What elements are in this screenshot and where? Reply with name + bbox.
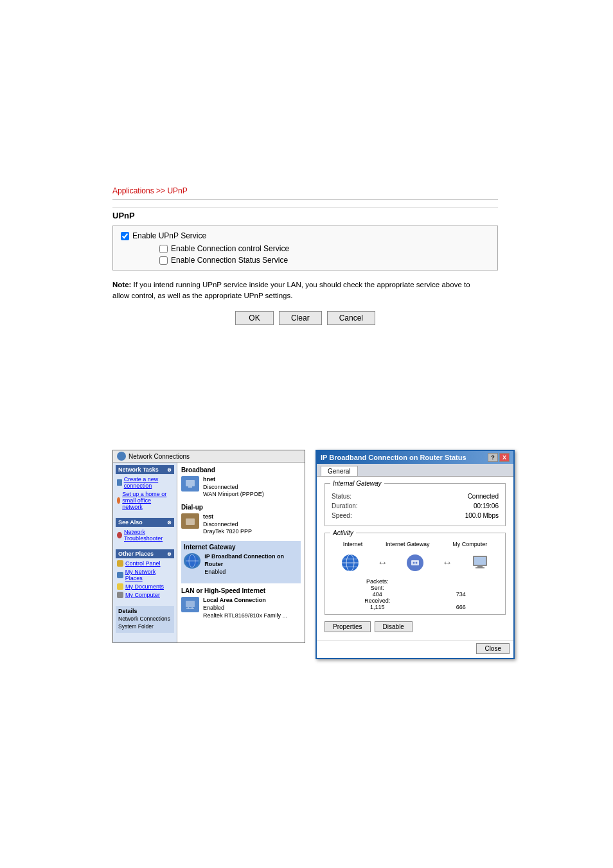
setup-home-icon — [117, 497, 120, 504]
other-places-title: Other Places — [118, 551, 154, 557]
broadband-conn-type: WAN Miniport (PPPOE) — [203, 491, 264, 499]
speed-label: Speed: — [332, 512, 352, 519]
internet-globe-icon — [340, 554, 360, 572]
dialup-conn-text: test Disconnected DrayTek 7820 PPP — [203, 513, 252, 536]
tab-general[interactable]: General — [321, 466, 358, 476]
dialup-conn-item: test Disconnected DrayTek 7820 PPP — [181, 513, 301, 536]
disable-button[interactable]: Disable — [375, 621, 413, 632]
gateway-router-icon — [405, 554, 425, 572]
internet-gateway-conn-name: IP Broadband Connection on Router — [204, 553, 298, 568]
enable-connection-status-checkbox[interactable] — [159, 256, 168, 265]
network-tasks-section: Network Tasks ⊗ Create a new connection … — [116, 465, 174, 514]
control-panel-icon — [117, 560, 123, 567]
my-computer-icon — [117, 592, 123, 598]
computer-received-value: 666 — [456, 604, 466, 610]
action-buttons: OK Clear Cancel — [112, 311, 498, 325]
my-documents-item[interactable]: My Documents — [117, 583, 173, 590]
address-bar-icon — [117, 452, 126, 461]
dialup-icon — [181, 513, 199, 529]
internet-gateway-title: Internet Gateway — [184, 544, 298, 551]
speed-value: 100.0 Mbps — [465, 512, 499, 519]
enable-upnp-row: Enable UPnP Service — [121, 231, 490, 240]
status-tabs: General — [317, 464, 513, 477]
ok-button[interactable]: OK — [235, 311, 274, 325]
dialup-svg — [184, 516, 196, 526]
lan-conn-item: Local Area Connection Enabled Realtek RT… — [181, 597, 301, 619]
status-body: Internal Gateway Status: Connected Durat… — [317, 477, 513, 639]
setup-home-item[interactable]: Set up a home or small office network — [117, 491, 173, 510]
troubleshooter-item[interactable]: Network Troubleshooter — [117, 529, 173, 542]
broadband-conn-text: hnet Disconnected WAN Miniport (PPPOE) — [203, 476, 264, 499]
svg-point-18 — [415, 562, 417, 564]
internal-gateway-group: Internal Gateway Status: Connected Durat… — [324, 483, 506, 526]
packets-label-sent: Sent: — [371, 585, 384, 591]
enable-connection-status-row: Enable Connection Status Service — [159, 256, 490, 265]
internet-sent-value: 404 — [373, 591, 382, 598]
properties-button[interactable]: Properties — [324, 621, 371, 632]
gateway-col-label: Internet Gateway — [386, 541, 430, 547]
see-also-chevron: ⊗ — [167, 520, 172, 526]
other-places-header: Other Places ⊗ — [116, 549, 174, 558]
arrow-2: ↔ — [442, 557, 452, 569]
lan-conn-status: Enabled — [203, 605, 287, 612]
cancel-button[interactable]: Cancel — [327, 311, 375, 325]
internet-gateway-item: IP Broadband Connection on Router Enable… — [184, 553, 298, 576]
my-computer-item[interactable]: My Computer — [117, 592, 173, 598]
create-connection-label: Create a new connection — [124, 476, 173, 489]
setup-home-label: Set up a home or small office network — [122, 491, 173, 510]
help-button[interactable]: ? — [488, 453, 498, 462]
details-section: Details Network ConnectionsSystem Folder — [116, 606, 174, 633]
enable-connection-control-checkbox[interactable] — [159, 245, 168, 253]
upnp-box: Enable UPnP Service Enable Connection co… — [112, 226, 498, 270]
see-also-title: See Also — [118, 519, 143, 526]
svg-rect-20 — [474, 557, 486, 565]
network-tasks-body: Create a new connection Set up a home or… — [116, 474, 174, 514]
computer-sent-value: 734 — [456, 591, 466, 598]
breadcrumb-divider — [112, 208, 498, 208]
activity-icons: ↔ ↔ — [332, 550, 499, 576]
broadband-icon — [181, 476, 199, 492]
right-panel: Broadband hnet Disconnected WAN Miniport… — [177, 463, 305, 642]
lan-svg — [184, 599, 196, 610]
gateway-col — [405, 554, 425, 572]
status-value: Connected — [468, 493, 499, 500]
internet-gateway-group: Internet Gateway IP Broadband Connection… — [181, 541, 301, 583]
upnp-section: Applications >> UPnP UPnP Enable UPnP Se… — [112, 186, 498, 325]
left-panel: Network Tasks ⊗ Create a new connection … — [113, 463, 177, 642]
internet-col — [340, 554, 360, 572]
enable-upnp-checkbox[interactable] — [121, 232, 129, 240]
control-panel-item[interactable]: Control Panel — [117, 560, 173, 567]
computer-col-label: My Computer — [452, 541, 487, 547]
close-titlebar-button[interactable]: X — [499, 453, 510, 462]
create-connection-item[interactable]: Create a new connection — [117, 476, 173, 489]
svg-rect-2 — [186, 518, 195, 525]
status-row: Status: Connected — [332, 493, 499, 500]
svg-point-17 — [413, 562, 414, 564]
other-places-body: Control Panel My Network Places My Docum… — [116, 558, 174, 602]
svg-rect-22 — [475, 567, 484, 569]
duration-row: Duration: 00:19:06 — [332, 502, 499, 509]
status-window: IP Broadband Connection on Router Status… — [315, 450, 515, 659]
svg-rect-0 — [186, 480, 195, 486]
clear-button[interactable]: Clear — [279, 311, 322, 325]
broadband-conn-item: hnet Disconnected WAN Miniport (PPPOE) — [181, 476, 301, 499]
close-section: Close — [317, 640, 513, 658]
address-bar-text: Network Connections — [129, 453, 190, 460]
lan-conn-type: Realtek RTL8169/810x Family ... — [203, 612, 287, 620]
other-places-chevron: ⊗ — [167, 551, 172, 557]
speed-row: Speed: 100.0 Mbps — [332, 512, 499, 519]
status-titlebar: IP Broadband Connection on Router Status… — [317, 451, 513, 464]
broadband-title: Broadband — [181, 466, 301, 474]
sub-options: Enable Connection control Service Enable… — [121, 244, 490, 265]
note-bold: Note: — [112, 281, 131, 288]
network-tasks-header: Network Tasks ⊗ — [116, 465, 174, 474]
internet-packets: Packets: Sent: 404 Received: 1,115 — [364, 578, 390, 610]
internet-gateway-status: Enabled — [204, 569, 298, 576]
see-also-section: See Also ⊗ Network Troubleshooter — [116, 518, 174, 545]
svg-rect-21 — [477, 566, 483, 567]
my-network-item[interactable]: My Network Places — [117, 569, 173, 581]
svg-rect-6 — [186, 601, 195, 607]
close-button[interactable]: Close — [476, 643, 510, 654]
broadband-conn-status: Disconnected — [203, 484, 264, 492]
computer-sent-label — [460, 585, 462, 591]
